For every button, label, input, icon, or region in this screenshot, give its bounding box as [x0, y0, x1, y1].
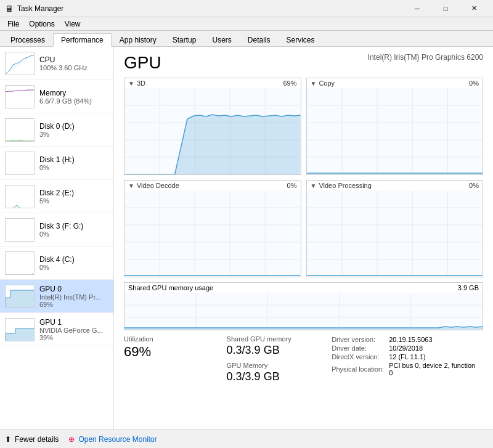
shared-gpu-mem-stat: Shared GPU memory 0.3/3.9 GB GPU Memory … [227, 335, 330, 383]
disk1-label: Disk 1 (H:) [39, 155, 108, 164]
close-button[interactable]: ✕ [460, 2, 488, 15]
sidebar-item-cpu[interactable]: CPU 100% 3.60 GHz [0, 47, 113, 80]
chart-copy-header: ▼ Copy 0% [307, 78, 483, 88]
disk1-sub: 0% [39, 164, 107, 171]
sidebar-item-disk1[interactable]: Disk 1 (H:) 0% [0, 147, 113, 180]
chart-vp-pct: 0% [469, 182, 479, 189]
chevron-vd-icon[interactable]: ▼ [128, 182, 134, 189]
chevron-vp-icon[interactable]: ▼ [311, 182, 317, 189]
svg-rect-2 [6, 119, 35, 142]
shared-gpu-memory-block: Shared GPU memory usage 3.9 GB [124, 282, 483, 330]
sidebar: CPU 100% 3.60 GHz Memory 6.6/7.9 GB (84%… [0, 47, 114, 430]
fewer-details-button[interactable]: ⬆ Fewer details [5, 435, 59, 444]
directx-row: DirectX version: 12 (FL 11.1) [329, 352, 483, 361]
gpu1-label: GPU 1 [39, 318, 108, 327]
driver-info: Driver version: 20.19.15.5063 Driver dat… [329, 335, 483, 383]
restore-button[interactable]: □ [431, 2, 460, 15]
directx-label: DirectX version: [329, 352, 386, 361]
resource-monitor-button[interactable]: ⊕ Open Resource Monitor [68, 435, 157, 444]
menu-bar: File Options View [0, 17, 493, 31]
disk4-info: Disk 4 (C:) 0% [39, 255, 108, 271]
disk4-label: Disk 4 (C:) [39, 255, 108, 264]
gpu1-mini-graph [5, 318, 35, 341]
memory-mini-graph [5, 85, 35, 108]
chevron-copy-icon[interactable]: ▼ [311, 80, 317, 87]
sidebar-item-gpu1[interactable]: GPU 1 NVIDIA GeForce G... 39% [0, 313, 113, 346]
cpu-mini-graph [5, 52, 35, 75]
utilization-label: Utilization [124, 335, 227, 343]
cpu-sub: 100% 3.60 GHz [39, 64, 107, 71]
minimize-button[interactable]: ─ [403, 2, 431, 15]
disk3-sub: 0% [39, 230, 107, 238]
sidebar-item-disk3[interactable]: Disk 3 (F: G:) 0% [0, 213, 113, 246]
sidebar-item-gpu0[interactable]: GPU 0 Intel(R) Iris(TM) Pr... 69% [0, 280, 113, 313]
chart-3d-pct: 69% [283, 79, 296, 87]
svg-rect-1 [6, 86, 35, 108]
sidebar-item-disk4[interactable]: Disk 4 (C:) 0% [0, 246, 113, 280]
chart-vd-label: Video Decode [137, 182, 179, 189]
shared-mem-label: Shared GPU memory usage [128, 284, 213, 291]
svg-rect-6 [6, 252, 35, 275]
chart-vd-area [124, 190, 301, 277]
disk0-label: Disk 0 (D:) [39, 122, 108, 131]
driver-version-label: Driver version: [329, 335, 386, 344]
disk3-info: Disk 3 (F: G:) 0% [39, 222, 108, 238]
sidebar-item-memory[interactable]: Memory 6.6/7.9 GB (84%) [0, 80, 113, 113]
disk4-sub: 0% [39, 264, 107, 271]
fewer-details-label: Fewer details [15, 435, 59, 444]
disk1-info: Disk 1 (H:) 0% [39, 155, 108, 171]
gpu0-mini-graph [5, 285, 35, 308]
tab-users[interactable]: Users [204, 33, 239, 46]
gpu-memory-label: GPU Memory [227, 362, 330, 369]
gpu-memory-value: 0.3/3.9 GB [227, 370, 330, 383]
physical-location-label: Physical location: [329, 361, 386, 377]
chart-copy-label: Copy [319, 79, 335, 87]
tab-app-history[interactable]: App history [112, 33, 165, 46]
disk4-mini-graph [5, 251, 35, 275]
fewer-details-icon: ⬆ [5, 435, 11, 444]
menu-options[interactable]: Options [24, 18, 59, 30]
gpu0-info: GPU 0 Intel(R) Iris(TM) Pr... 69% [39, 285, 108, 308]
resource-monitor-icon: ⊕ [68, 435, 75, 444]
chart-vd-header: ▼ Video Decode 0% [124, 181, 301, 190]
svg-marker-19 [124, 115, 301, 174]
gpu0-label: GPU 0 [39, 285, 108, 293]
shared-mem-header: Shared GPU memory usage 3.9 GB [124, 283, 483, 293]
tab-details[interactable]: Details [240, 33, 279, 46]
tab-processes[interactable]: Processes [2, 33, 53, 46]
shared-gpu-mem-value: 0.3/3.9 GB [227, 344, 330, 357]
cpu-label: CPU [39, 55, 108, 64]
tab-startup[interactable]: Startup [165, 33, 205, 46]
disk2-info: Disk 2 (E:) 5% [39, 189, 108, 205]
disk0-sub: 3% [39, 131, 107, 138]
sidebar-item-disk0[interactable]: Disk 0 (D:) 3% [0, 113, 113, 147]
gpu1-pct: 39% [39, 334, 108, 341]
chevron-3d-icon[interactable]: ▼ [128, 80, 134, 87]
disk2-sub: 5% [39, 197, 107, 205]
physical-location-value: PCI bus 0, device 2, function 0 [386, 361, 483, 377]
physical-location-row: Physical location: PCI bus 0, device 2, … [329, 361, 483, 377]
tab-performance[interactable]: Performance [53, 33, 112, 47]
charts-row-1: ▼ 3D 69% [124, 78, 483, 175]
disk2-mini-graph [5, 185, 35, 208]
menu-file[interactable]: File [2, 18, 24, 30]
svg-rect-5 [6, 219, 35, 242]
chart-video-decode: ▼ Video Decode 0% [124, 180, 301, 277]
shared-mem-chart [124, 293, 483, 330]
app-icon: 🖥 [5, 4, 14, 14]
tab-services[interactable]: Services [279, 33, 323, 46]
memory-info: Memory 6.6/7.9 GB (84%) [39, 89, 108, 105]
sidebar-item-disk2[interactable]: Disk 2 (E:) 5% [0, 180, 113, 213]
directx-value: 12 (FL 11.1) [386, 352, 483, 361]
main-area: CPU 100% 3.60 GHz Memory 6.6/7.9 GB (84%… [0, 47, 493, 430]
utilization-stat: Utilization 69% [124, 335, 227, 383]
chart-copy-pct: 0% [469, 79, 479, 87]
driver-date-label: Driver date: [329, 344, 386, 352]
memory-sub: 6.6/7.9 GB (84%) [39, 97, 107, 105]
charts-row-2: ▼ Video Decode 0% [124, 180, 483, 277]
chart-vp-area [307, 190, 483, 277]
menu-view[interactable]: View [60, 18, 86, 30]
gpu0-pct: 69% [39, 301, 108, 308]
utilization-value: 69% [124, 344, 227, 360]
disk0-info: Disk 0 (D:) 3% [39, 122, 108, 138]
